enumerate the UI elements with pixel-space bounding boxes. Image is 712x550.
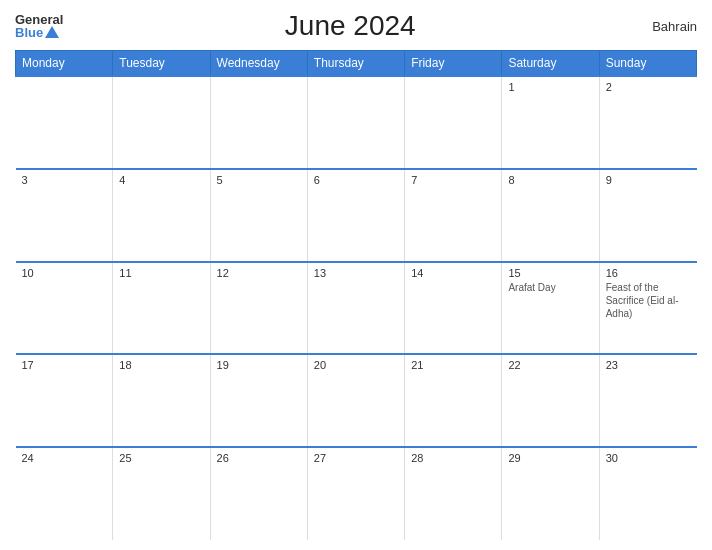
calendar-cell: 22 [502, 354, 599, 447]
day-number: 29 [508, 452, 592, 464]
calendar-page: General Blue June 2024 Bahrain Monday Tu… [0, 0, 712, 550]
calendar-cell: 27 [307, 447, 404, 540]
calendar-cell: 13 [307, 262, 404, 355]
calendar-cell [16, 76, 113, 169]
weekday-sunday: Sunday [599, 51, 696, 77]
week-row-2: 3456789 [16, 169, 697, 262]
calendar-cell: 21 [405, 354, 502, 447]
day-number: 27 [314, 452, 398, 464]
day-number: 2 [606, 81, 691, 93]
day-number: 22 [508, 359, 592, 371]
calendar-cell [113, 76, 210, 169]
logo-triangle-icon [45, 26, 59, 38]
logo-blue-text: Blue [15, 26, 43, 39]
calendar-cell: 9 [599, 169, 696, 262]
day-number: 15 [508, 267, 592, 279]
calendar-cell: 3 [16, 169, 113, 262]
weekday-friday: Friday [405, 51, 502, 77]
weekday-monday: Monday [16, 51, 113, 77]
holiday-label: Feast of the Sacrifice (Eid al-Adha) [606, 282, 679, 319]
calendar-cell: 6 [307, 169, 404, 262]
day-number: 16 [606, 267, 691, 279]
calendar-cell: 11 [113, 262, 210, 355]
day-number: 3 [22, 174, 107, 186]
day-number: 14 [411, 267, 495, 279]
day-number: 26 [217, 452, 301, 464]
calendar-title: June 2024 [63, 10, 637, 42]
day-number: 24 [22, 452, 107, 464]
calendar-cell: 8 [502, 169, 599, 262]
weekday-thursday: Thursday [307, 51, 404, 77]
day-number: 12 [217, 267, 301, 279]
calendar-cell: 1 [502, 76, 599, 169]
calendar-cell: 5 [210, 169, 307, 262]
day-number: 19 [217, 359, 301, 371]
weekday-header-row: Monday Tuesday Wednesday Thursday Friday… [16, 51, 697, 77]
weekday-tuesday: Tuesday [113, 51, 210, 77]
calendar-cell: 23 [599, 354, 696, 447]
day-number: 1 [508, 81, 592, 93]
logo: General Blue [15, 13, 63, 40]
calendar-cell: 30 [599, 447, 696, 540]
day-number: 30 [606, 452, 691, 464]
calendar-table: Monday Tuesday Wednesday Thursday Friday… [15, 50, 697, 540]
week-row-1: 12 [16, 76, 697, 169]
day-number: 21 [411, 359, 495, 371]
day-number: 28 [411, 452, 495, 464]
calendar-cell [210, 76, 307, 169]
holiday-label: Arafat Day [508, 282, 555, 293]
header: General Blue June 2024 Bahrain [15, 10, 697, 42]
weekday-wednesday: Wednesday [210, 51, 307, 77]
calendar-cell: 17 [16, 354, 113, 447]
calendar-cell: 28 [405, 447, 502, 540]
day-number: 25 [119, 452, 203, 464]
calendar-cell: 7 [405, 169, 502, 262]
week-row-4: 17181920212223 [16, 354, 697, 447]
calendar-cell: 14 [405, 262, 502, 355]
day-number: 11 [119, 267, 203, 279]
day-number: 9 [606, 174, 691, 186]
day-number: 7 [411, 174, 495, 186]
calendar-cell: 10 [16, 262, 113, 355]
day-number: 23 [606, 359, 691, 371]
calendar-cell: 29 [502, 447, 599, 540]
day-number: 10 [22, 267, 107, 279]
calendar-cell: 12 [210, 262, 307, 355]
calendar-cell: 20 [307, 354, 404, 447]
calendar-cell: 26 [210, 447, 307, 540]
week-row-5: 24252627282930 [16, 447, 697, 540]
country-label: Bahrain [637, 19, 697, 34]
calendar-cell: 25 [113, 447, 210, 540]
day-number: 20 [314, 359, 398, 371]
calendar-cell: 18 [113, 354, 210, 447]
calendar-cell: 24 [16, 447, 113, 540]
day-number: 13 [314, 267, 398, 279]
day-number: 8 [508, 174, 592, 186]
calendar-cell: 4 [113, 169, 210, 262]
day-number: 6 [314, 174, 398, 186]
calendar-cell [307, 76, 404, 169]
calendar-cell: 19 [210, 354, 307, 447]
day-number: 4 [119, 174, 203, 186]
logo-general-text: General [15, 13, 63, 26]
calendar-cell: 15Arafat Day [502, 262, 599, 355]
calendar-cell: 2 [599, 76, 696, 169]
calendar-cell: 16Feast of the Sacrifice (Eid al-Adha) [599, 262, 696, 355]
weekday-saturday: Saturday [502, 51, 599, 77]
day-number: 18 [119, 359, 203, 371]
calendar-cell [405, 76, 502, 169]
day-number: 5 [217, 174, 301, 186]
week-row-3: 101112131415Arafat Day16Feast of the Sac… [16, 262, 697, 355]
day-number: 17 [22, 359, 107, 371]
